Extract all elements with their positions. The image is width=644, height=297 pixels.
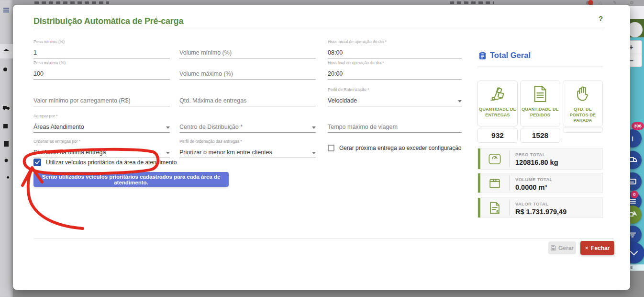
- field-placeholder: Volume mínimo (%): [179, 49, 232, 56]
- footer-divider: [33, 238, 614, 239]
- background-sidebar: [0, 0, 13, 297]
- modal-title: Distribuição Automática de Pré-carga: [33, 16, 183, 26]
- checkbox-label: Utilizar veículos prioritários da área d…: [46, 159, 177, 166]
- sidebar-item-chart-icon[interactable]: [2, 85, 10, 93]
- generate-button[interactable]: Gerar: [548, 241, 576, 254]
- divider: [33, 30, 604, 30]
- checkbox-unchecked[interactable]: [328, 145, 334, 151]
- clipped-header-text: [450, 1, 494, 4]
- field-label: Ordenar as entregas por *: [33, 139, 170, 146]
- help-icon[interactable]: ?: [599, 14, 603, 23]
- chevron-down-icon: [166, 152, 170, 154]
- total-value: 0.0000 m³: [515, 183, 553, 191]
- field-label: Perfil de ordenação das entregas *: [179, 139, 316, 146]
- field-value: 100: [33, 70, 44, 77]
- close-button[interactable]: × Fechar: [580, 241, 614, 255]
- total-row-valor: $ VALOR TOTALR$ 1.731.979,49: [477, 197, 603, 218]
- field-hora-final[interactable]: Hora final de operação do dia * 20:00: [328, 60, 462, 80]
- sidebar-item-edit-icon[interactable]: [2, 122, 10, 130]
- total-geral-title: Total Geral: [490, 51, 531, 60]
- field-qtd-maxima-entregas[interactable]: Qtd. Máxima de entregas: [179, 87, 316, 106]
- precarga-modal: Distribuição Automática de Pré-carga ? P…: [13, 5, 630, 290]
- clipboard-icon: [479, 51, 486, 60]
- sidebar-item-wrench-icon[interactable]: [2, 175, 10, 183]
- sidebar-item-pin-icon[interactable]: [2, 158, 10, 165]
- card-pedidos: QUANTIDADE DE PEDIDOS: [520, 80, 560, 126]
- select-perfil-ordenacao[interactable]: Perfil de ordenação das entregas * Prior…: [179, 139, 316, 158]
- field-placeholder: Qtd. Máxima de entregas: [179, 97, 246, 104]
- info-banner: Serão utilizados veículos prioritários c…: [33, 172, 229, 187]
- total-row-volume: VOLUME TOTAL0.0000 m³: [477, 173, 603, 193]
- field-placeholder: Volume máximo (%): [179, 70, 233, 77]
- field-value: 08:00: [328, 49, 343, 56]
- chevron-down-icon: [312, 152, 316, 154]
- document-icon: [532, 85, 548, 103]
- field-placeholder: Valor mínimo por carregamento (R$): [33, 97, 131, 104]
- total-label: PESO TOTAL: [515, 152, 558, 157]
- card-value-pontos: [563, 127, 603, 133]
- checkbox-checked[interactable]: [33, 159, 41, 166]
- field-label: Agrupar por *: [33, 114, 170, 120]
- close-x-icon: ×: [585, 244, 589, 251]
- gear-icon[interactable]: ⚙: [630, 0, 634, 5]
- total-value: 120816.80 kg: [515, 159, 558, 166]
- sidebar-item-company-icon[interactable]: [2, 48, 10, 56]
- screen: ⌂ ✎ ⚙ ermos + − 396 ! 0 Distribuição Aut…: [0, 0, 644, 297]
- hand-icon: [574, 85, 591, 103]
- total-label: VOLUME TOTAL: [515, 177, 553, 182]
- clipped-header-text: [34, 1, 109, 4]
- checkbox-label: Gerar próxima entrega ao exceder configu…: [339, 145, 461, 151]
- card-pontos-parada: QTD. DE PONTOS DE PARADA: [563, 80, 603, 126]
- field-label: Hora inicial de operação do dia *: [328, 39, 462, 46]
- list-count-badge: 0: [631, 191, 638, 198]
- field-label: Hora final de operação do dia *: [328, 60, 462, 67]
- field-label: Peso mínimo (%): [33, 39, 170, 46]
- field-value: 1: [33, 49, 37, 56]
- select-centro-distribuicao[interactable]: Centro de Distribuição *: [179, 114, 316, 133]
- field-peso-maximo[interactable]: Peso máximo (%) 100: [33, 60, 170, 80]
- card-label: QTD. DE PONTOS DE PARADA: [563, 107, 602, 124]
- sidebar-item-truck-icon[interactable]: [2, 103, 10, 111]
- field-hora-inicial[interactable]: Hora inicial de operação do dia * 08:00: [328, 39, 462, 58]
- total-label: VALOR TOTAL: [515, 201, 566, 206]
- select-ordenar-entregas[interactable]: Ordenar as entregas por * Distância da ú…: [33, 139, 170, 158]
- select-placeholder: Centro de Distribuição *: [179, 124, 243, 130]
- scale-icon: [488, 153, 501, 165]
- field-peso-minimo[interactable]: Peso mínimo (%) 1: [33, 39, 170, 58]
- card-value-entregas: 932: [477, 128, 518, 143]
- close-label: Fechar: [591, 245, 610, 251]
- chevron-down-icon: [458, 100, 462, 103]
- checkbox-veiculos-prioritarios[interactable]: Utilizar veículos prioritários da área d…: [33, 159, 177, 166]
- select-value: Priorizar o menor km entre clientes: [179, 149, 272, 156]
- total-row-peso: PESO TOTAL120816.80 kg: [477, 148, 603, 170]
- select-value: Áreas Atendimento: [33, 124, 84, 130]
- card-value-pedidos: 1528: [520, 128, 560, 143]
- total-value: R$ 1.731.979,49: [515, 208, 566, 216]
- field-tempo-maximo-viagem[interactable]: Tempo máximo de viagem: [328, 114, 462, 133]
- chevron-down-icon: [166, 126, 170, 129]
- chevron-down-icon: [312, 126, 316, 129]
- invoice-icon: $: [489, 201, 501, 215]
- field-valor-minimo[interactable]: Valor mínimo por carregamento (R$): [33, 87, 170, 106]
- card-label: QUANTIDADE DE ENTREGAS: [478, 107, 517, 118]
- field-label: Perfil de Roteirização *: [328, 87, 462, 94]
- field-volume-minimo[interactable]: Volume mínimo (%): [179, 39, 316, 58]
- select-value: Velocidade: [328, 97, 357, 104]
- generate-label: Gerar: [558, 245, 574, 251]
- hamburger-menu-icon[interactable]: [2, 6, 10, 14]
- select-perfil-roteirizacao[interactable]: Perfil de Roteirização * Velocidade: [328, 87, 462, 106]
- select-agrupar-por[interactable]: Agrupar por * Áreas Atendimento: [33, 114, 170, 133]
- field-volume-maximo[interactable]: Volume máximo (%): [179, 60, 316, 80]
- checkbox-gerar-proxima-entrega[interactable]: Gerar próxima entrega ao exceder configu…: [328, 145, 461, 151]
- select-value: Distância da última entrega: [33, 149, 106, 156]
- alerts-count-badge: 396: [632, 122, 644, 130]
- save-icon: [551, 245, 556, 251]
- hand-truck-icon: [489, 85, 507, 103]
- divider: [477, 67, 603, 67]
- box-icon: [489, 177, 501, 189]
- sidebar-item-report-icon[interactable]: [2, 140, 10, 148]
- sidebar-item-search-icon[interactable]: [2, 67, 10, 74]
- field-placeholder: Tempo máximo de viagem: [328, 124, 398, 130]
- field-value: 20:00: [328, 70, 343, 77]
- field-label: Peso máximo (%): [33, 60, 170, 67]
